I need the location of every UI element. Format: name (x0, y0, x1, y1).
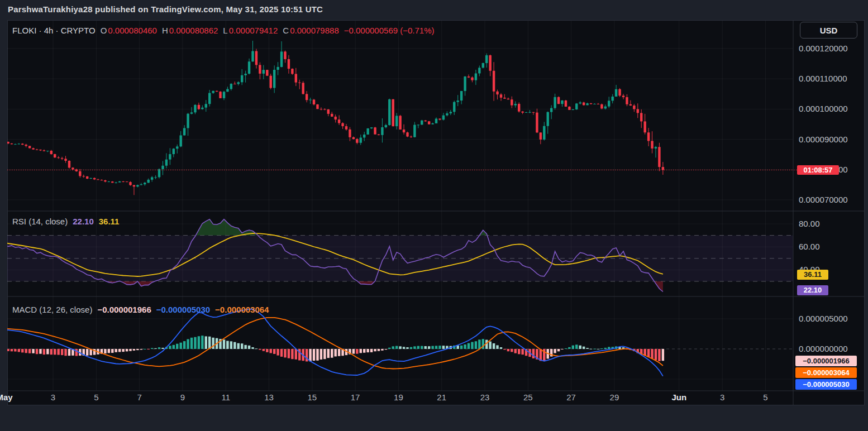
time-tick-label: 5 (94, 392, 98, 402)
time-tick-label: 5 (763, 392, 767, 402)
time-tick-label: 23 (480, 392, 490, 402)
time-tick-label: 25 (523, 392, 533, 402)
price-tick-label: 0.000120000 (799, 44, 848, 54)
chart-canvas[interactable] (7, 20, 865, 405)
attribution-text: ParshwaTurakhiya28 published on TradingV… (8, 4, 323, 14)
rsi-indicator-name[interactable]: RSI (14, close) (12, 217, 68, 226)
footer-bar: TradingView (0, 405, 868, 431)
macd-hist-badge: −0.000001966 (795, 356, 857, 366)
time-tick-label: 21 (437, 392, 446, 402)
bar-countdown-badge: 01:08:57 (797, 165, 839, 175)
currency-toggle-button[interactable]: USD (800, 22, 857, 39)
price-tick-label: 0.000110000 (799, 74, 847, 84)
time-tick-label: 3 (720, 392, 724, 402)
tradingview-published-chart: ParshwaTurakhiya28 published on TradingV… (0, 0, 868, 431)
time-tick-label: 7 (137, 392, 141, 402)
macd-hist-value: −0.000001966 (97, 305, 151, 314)
price-tick-label: 0.000100000 (799, 104, 848, 114)
time-tick-label: 15 (307, 392, 317, 402)
rsi-ma-value: 36.11 (99, 217, 120, 226)
symbol-name[interactable]: FLOKI · 4h · CRYPTO (12, 26, 96, 35)
time-tick-label: May (0, 392, 13, 402)
ohlc-high: H0.000080862 (162, 26, 218, 35)
rsi-value: 22.10 (73, 217, 94, 226)
rsi-tick-label: 80.00 (799, 219, 820, 229)
time-tick-label: 11 (221, 392, 230, 402)
attribution-bar: ParshwaTurakhiya28 published on TradingV… (0, 0, 868, 20)
time-tick-label: 17 (351, 392, 360, 402)
time-tick-label: 19 (394, 392, 403, 402)
rsi-ma-badge: 36.11 (797, 270, 828, 280)
rsi-tick-label: 60.00 (799, 242, 820, 252)
price-change: −0.000000569 (−0.71%) (344, 26, 435, 35)
symbol-header: FLOKI · 4h · CRYPTO O0.000080460 H0.0000… (12, 26, 435, 35)
time-tick-label: 27 (566, 392, 576, 402)
rsi-value-badge: 22.10 (797, 285, 828, 295)
macd-line-value: −0.000005030 (156, 305, 210, 314)
ohlc-close: C0.000079888 (283, 26, 338, 35)
macd-signal-value: −0.000003064 (215, 305, 269, 314)
macd-tick-label: 0.000005000 (799, 314, 848, 324)
time-tick-label: 3 (51, 392, 55, 402)
macd-line-badge: −0.000005030 (795, 379, 857, 390)
time-tick-label: 13 (264, 392, 274, 402)
price-tick-label: 0.000070000 (799, 195, 848, 205)
time-tick-label: 29 (610, 392, 619, 402)
ohlc-low: L0.000079412 (223, 26, 278, 35)
ohlc-open: O0.000080460 (101, 26, 157, 35)
time-tick-label: 9 (180, 392, 185, 402)
macd-indicator-name[interactable]: MACD (12, 26, close) (12, 305, 92, 314)
macd-tick-label: 0.000000000 (799, 344, 848, 354)
time-tick-label: Jun (672, 392, 687, 402)
price-tick-label: 0.000090000 (799, 135, 848, 145)
rsi-indicator-header: RSI (14, close) 22.10 36.11 (12, 217, 119, 226)
macd-signal-badge: −0.000003064 (795, 367, 857, 378)
macd-indicator-header: MACD (12, 26, close) −0.000001966 −0.000… (12, 305, 269, 314)
